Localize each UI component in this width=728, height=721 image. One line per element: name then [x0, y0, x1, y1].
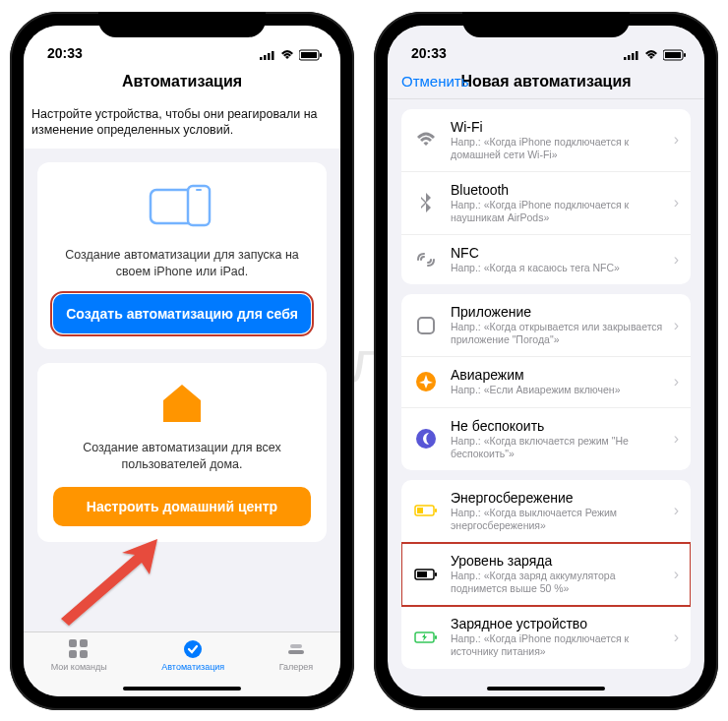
- svg-point-14: [184, 640, 202, 658]
- svg-rect-17: [624, 57, 627, 60]
- nfc-icon: [413, 247, 439, 272]
- svg-rect-28: [417, 508, 423, 513]
- row-title: Не беспокоить: [451, 418, 668, 434]
- row-wifi[interactable]: Wi-FiНапр.: «Когда iPhone подключается к…: [401, 109, 691, 172]
- header: Автоматизация: [24, 63, 340, 98]
- tab-gallery-label: Галерея: [279, 662, 314, 672]
- cancel-button[interactable]: Отменить: [401, 73, 469, 90]
- home-indicator: [123, 687, 241, 691]
- row-battery-level[interactable]: Уровень зарядаНапр.: «Когда заряд аккуму…: [401, 543, 691, 606]
- chevron-right-icon: ›: [674, 251, 679, 269]
- battery-icon: [299, 49, 323, 61]
- wifi-icon: [413, 127, 439, 152]
- group-settings: ПриложениеНапр.: «Когда открывается или …: [401, 294, 691, 470]
- card-personal: Создание автоматизации для запуска на св…: [37, 162, 327, 349]
- grid-icon: [68, 638, 90, 660]
- intro-text: Настройте устройства, чтобы они реагиров…: [24, 98, 340, 150]
- svg-rect-24: [418, 318, 434, 333]
- svg-rect-2: [268, 53, 271, 60]
- wifi-icon: [279, 49, 295, 61]
- row-title: Авиарежим: [451, 367, 668, 383]
- create-personal-automation-button[interactable]: Создать автоматизацию для себя: [53, 294, 311, 333]
- phone-left: 20:33 Автоматизация Настройте устройства…: [10, 12, 354, 710]
- svg-rect-31: [417, 571, 427, 577]
- row-airplane[interactable]: АвиарежимНапр.: «Если Авиарежим включен»…: [401, 357, 691, 407]
- chevron-right-icon: ›: [674, 430, 679, 448]
- status-time: 20:33: [47, 45, 83, 61]
- row-title: NFC: [451, 245, 668, 261]
- chevron-right-icon: ›: [674, 317, 679, 334]
- devices-icon: [53, 182, 311, 235]
- row-sub: Напр.: «Когда iPhone подключается к дома…: [451, 136, 668, 161]
- gallery-icon: [285, 638, 307, 660]
- home-icon: [53, 383, 311, 428]
- row-dnd[interactable]: Не беспокоитьНапр.: «Когда включается ре…: [401, 408, 691, 470]
- svg-rect-19: [632, 53, 635, 60]
- row-bluetooth[interactable]: BluetoothНапр.: «Когда iPhone подключает…: [401, 172, 691, 235]
- row-low-power[interactable]: ЭнергосбережениеНапр.: «Когда выключаетс…: [401, 480, 691, 543]
- row-sub: Напр.: «Когда iPhone подключается к науш…: [451, 199, 668, 224]
- svg-rect-9: [196, 189, 202, 191]
- svg-rect-34: [435, 635, 437, 639]
- svg-rect-15: [288, 650, 304, 654]
- chevron-right-icon: ›: [674, 373, 679, 391]
- chevron-right-icon: ›: [674, 131, 679, 149]
- svg-rect-10: [69, 639, 77, 647]
- notch: [462, 12, 630, 37]
- svg-rect-6: [320, 53, 322, 57]
- row-nfc[interactable]: NFCНапр.: «Когда я касаюсь тега NFC» ›: [401, 235, 691, 284]
- svg-rect-1: [264, 55, 267, 60]
- tab-shortcuts[interactable]: Мои команды: [51, 638, 107, 672]
- status-right: [260, 49, 323, 61]
- automation-icon: [182, 638, 204, 660]
- svg-rect-16: [290, 644, 302, 648]
- notch: [98, 12, 266, 37]
- low-power-icon: [413, 498, 439, 523]
- svg-rect-12: [69, 650, 77, 658]
- svg-rect-3: [272, 51, 274, 60]
- chevron-right-icon: ›: [674, 194, 679, 211]
- tab-automation[interactable]: Автоматизация: [161, 638, 224, 672]
- card-home-text: Создание автоматизации для всех пользова…: [53, 440, 311, 473]
- row-sub: Напр.: «Когда выключается Режим энергосб…: [451, 507, 668, 532]
- row-title: Уровень заряда: [451, 553, 668, 569]
- row-sub: Напр.: «Когда заряд аккумулятора подниме…: [451, 570, 668, 595]
- row-sub: Напр.: «Когда открывается или закрываетс…: [451, 321, 668, 346]
- svg-rect-13: [80, 650, 88, 658]
- row-app[interactable]: ПриложениеНапр.: «Когда открывается или …: [401, 294, 691, 357]
- svg-rect-29: [435, 509, 437, 512]
- tab-automation-label: Автоматизация: [161, 662, 224, 672]
- row-charger[interactable]: Зарядное устройствоНапр.: «Когда iPhone …: [401, 606, 691, 668]
- tab-bar: Мои команды Автоматизация Галерея: [24, 631, 340, 696]
- signal-icon: [260, 50, 275, 60]
- row-sub: Напр.: «Когда iPhone подключается к исто…: [451, 632, 668, 658]
- svg-rect-32: [435, 572, 437, 576]
- bluetooth-icon: [413, 190, 439, 215]
- svg-rect-5: [301, 52, 317, 58]
- battery-icon: [663, 49, 687, 61]
- chevron-right-icon: ›: [674, 629, 679, 646]
- status-time: 20:33: [411, 45, 447, 61]
- header: Отменить Новая автоматизация: [388, 63, 704, 99]
- screen-left: 20:33 Автоматизация Настройте устройства…: [24, 26, 340, 696]
- row-title: Bluetooth: [451, 182, 668, 198]
- page-title: Автоматизация: [35, 73, 329, 90]
- wifi-icon: [643, 49, 659, 61]
- chevron-right-icon: ›: [674, 566, 679, 583]
- row-title: Wi-Fi: [451, 119, 668, 135]
- screen-right: 20:33 Отменить Новая автоматизация Wi-Fi…: [388, 26, 704, 696]
- phone-right: 20:33 Отменить Новая автоматизация Wi-Fi…: [374, 12, 718, 710]
- setup-home-hub-button[interactable]: Настроить домашний центр: [53, 487, 311, 526]
- status-right: [624, 49, 687, 61]
- chevron-right-icon: ›: [674, 502, 679, 519]
- tab-shortcuts-label: Мои команды: [51, 662, 107, 672]
- tab-gallery[interactable]: Галерея: [279, 638, 314, 672]
- svg-rect-0: [260, 57, 263, 60]
- svg-rect-23: [684, 53, 686, 57]
- card-personal-text: Создание автоматизации для запуска на св…: [53, 247, 311, 280]
- app-icon: [413, 313, 439, 338]
- airplane-icon: [413, 369, 439, 394]
- svg-rect-20: [636, 51, 638, 60]
- row-sub: Напр.: «Когда я касаюсь тега NFC»: [451, 262, 668, 274]
- battery-level-icon: [413, 562, 439, 587]
